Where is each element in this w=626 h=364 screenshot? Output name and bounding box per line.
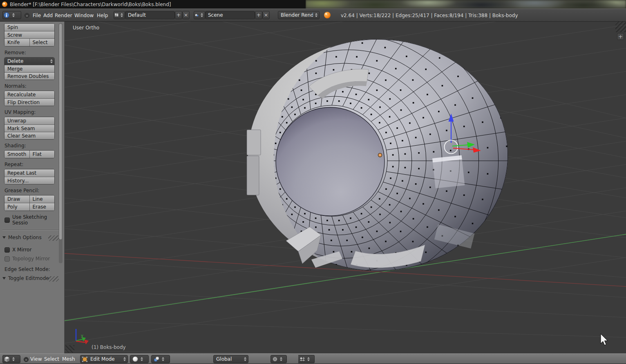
shading-label: Shading: <box>4 143 64 149</box>
scene-icon <box>195 13 199 18</box>
snap-element-dropdown[interactable] <box>298 355 315 363</box>
mode-dropdown[interactable]: Edit Mode <box>80 355 128 363</box>
region-corner-widget[interactable] <box>65 345 74 353</box>
panel-drag-widget[interactable] <box>48 276 59 282</box>
chevron-updown-icon <box>279 356 283 362</box>
sketching-sessions-checkbox[interactable]: Use Sketching Sessio <box>4 214 64 226</box>
menu-window[interactable]: Window <box>74 13 94 18</box>
add-layout-button[interactable]: + <box>175 11 182 19</box>
region-corner-widget[interactable] <box>615 22 626 32</box>
gp-line-button[interactable]: Line <box>29 195 55 203</box>
panel-separator <box>2 230 62 231</box>
transform-orientation-dropdown[interactable]: Global <box>213 355 248 363</box>
svg-text:y: y <box>81 333 83 338</box>
add-scene-button[interactable]: + <box>255 11 262 19</box>
edge-select-mode-label: Edge Select Mode: <box>4 266 64 272</box>
blender-logo-icon <box>324 12 331 18</box>
proportional-off-icon <box>272 356 278 362</box>
viewport-scene: y <box>65 22 626 353</box>
chevron-updown-icon <box>314 12 318 18</box>
menu-help[interactable]: Help <box>97 13 108 18</box>
menu-view[interactable]: View <box>30 356 42 362</box>
collapse-menus-toggle[interactable] <box>25 13 29 18</box>
menu-mesh[interactable]: Mesh <box>62 356 75 362</box>
view-name-label: User Ortho <box>73 25 99 31</box>
checkbox-icon <box>4 247 10 253</box>
recalculate-button[interactable]: Recalculate <box>4 91 54 98</box>
show-properties-region-button[interactable]: + <box>617 33 624 40</box>
gp-draw-button[interactable]: Draw <box>4 195 29 203</box>
mark-seam-button[interactable]: Mark Seam <box>4 124 54 132</box>
gp-erase-button[interactable]: Erase <box>29 203 55 211</box>
opening-shadow <box>276 107 385 216</box>
viewport-header: View Select Mesh Edit Mode <box>0 353 626 364</box>
screen-layout-field[interactable]: Default <box>125 11 175 19</box>
repeat-label: Repeat: <box>4 162 64 167</box>
select-button[interactable]: Select <box>29 39 55 46</box>
viewport-shading-dropdown[interactable] <box>130 355 149 363</box>
close-layout-button[interactable]: × <box>182 11 190 19</box>
proportional-editing-dropdown[interactable] <box>271 355 287 363</box>
chevron-updown-icon <box>11 356 16 362</box>
menu-file[interactable]: File <box>33 13 41 18</box>
delete-dropdown[interactable]: Delete <box>4 58 54 65</box>
chevron-updown-icon <box>139 356 144 362</box>
edit-mode-icon <box>82 356 88 362</box>
history-button[interactable]: History... <box>4 177 54 184</box>
object-origin-dot <box>378 153 382 157</box>
collapse-menus-toggle[interactable] <box>24 357 29 362</box>
screen-layout-icon-button[interactable] <box>114 11 125 19</box>
chevron-updown-icon <box>11 12 16 18</box>
mesh-options-panel-header[interactable]: Mesh Options <box>2 235 62 240</box>
scene-field[interactable]: Scene <box>205 11 255 19</box>
menu-render[interactable]: Render <box>55 13 72 18</box>
tool-shelf-scrollbar[interactable] <box>59 23 63 240</box>
pivot-point-dropdown[interactable] <box>151 355 170 363</box>
topology-mirror-checkbox: Topology Mirror <box>4 256 64 262</box>
close-scene-button[interactable]: × <box>262 11 270 19</box>
mouse-cursor <box>601 334 608 345</box>
shading-stack: Smooth Flat <box>4 150 55 158</box>
chevron-updown-icon <box>199 12 204 18</box>
chevron-updown-icon <box>161 356 165 362</box>
chevron-updown-icon <box>306 356 311 362</box>
grease-pencil-label: Grease Pencil: <box>4 188 64 193</box>
toggle-editmode-panel-header[interactable]: Toggle Editmode <box>2 275 62 281</box>
title-bar: Blender* [F:\Blender Files\Characters\Da… <box>0 0 626 9</box>
axis-gizmo: y <box>76 329 89 344</box>
snap-increment-icon <box>300 356 305 362</box>
flip-direction-button[interactable]: Flip Direction <box>4 98 54 106</box>
smooth-button[interactable]: Smooth <box>4 151 29 158</box>
flat-button[interactable]: Flat <box>29 151 55 158</box>
gp-poly-button[interactable]: Poly <box>4 203 29 211</box>
repeat-stack: Repeat Last History... <box>4 169 55 184</box>
pivot-median-icon <box>153 356 160 362</box>
blender-app-icon <box>2 2 7 7</box>
viewport-3d[interactable]: y User Ortho (1) Boks-body + <box>65 22 626 353</box>
checkbox-icon <box>4 218 10 223</box>
mesh-tools-stack: Spin Screw Knife Select <box>4 23 55 47</box>
editor-type-selector[interactable] <box>2 355 20 363</box>
knife-button[interactable]: Knife <box>4 39 29 46</box>
unwrap-button[interactable]: Unwrap <box>4 117 54 124</box>
menu-select[interactable]: Select <box>44 356 59 362</box>
x-mirror-checkbox[interactable]: X Mirror <box>4 247 64 253</box>
desktop-wallpaper <box>306 0 626 9</box>
editor-type-selector[interactable] <box>2 11 21 19</box>
chevron-updown-icon <box>49 58 54 64</box>
render-engine-dropdown[interactable]: Blender Render <box>278 11 320 19</box>
info-editor-icon <box>3 12 10 18</box>
spin-button[interactable]: Spin <box>4 24 54 31</box>
remove-label: Remove: <box>4 50 64 55</box>
merge-button[interactable]: Merge <box>4 65 54 72</box>
panel-drag-widget[interactable] <box>48 235 59 241</box>
remove-stack: Delete Merge Remove Doubles <box>4 57 55 80</box>
repeat-last-button[interactable]: Repeat Last <box>4 169 54 177</box>
blender-window: Blender* [F:\Blender Files\Characters\Da… <box>0 0 626 364</box>
window-title: Blender* [F:\Blender Files\Characters\Da… <box>10 2 171 7</box>
screw-button[interactable]: Screw <box>4 31 54 38</box>
clear-seam-button[interactable]: Clear Seam <box>4 132 54 139</box>
scene-icon-button[interactable] <box>194 11 205 19</box>
menu-add[interactable]: Add <box>43 13 53 18</box>
remove-doubles-button[interactable]: Remove Doubles <box>4 72 54 80</box>
